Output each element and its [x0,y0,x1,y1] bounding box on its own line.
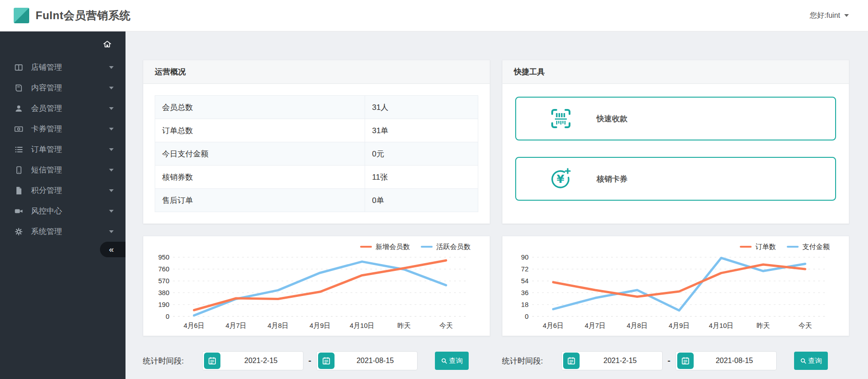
stat-label: 会员总数 [155,96,365,119]
svg-text:4月8日: 4月8日 [267,322,288,329]
sidebar-item-label: 风控中心 [31,206,62,216]
sidebar-item-risk[interactable]: 风控中心 [0,201,125,221]
sidebar-item-label: 卡券管理 [31,124,62,134]
order-icon [14,145,24,154]
end-date-input[interactable]: 2021-08-15 [675,351,777,370]
legend-swatch [360,246,372,248]
legend-item[interactable]: 活跃会员数 [421,243,471,251]
redeem-coupon-button[interactable]: ¥ 核销卡券 [515,157,836,201]
legend-item[interactable]: 新增会员数 [360,243,410,251]
sidebar-item-label: 积分管理 [31,185,62,196]
svg-text:0: 0 [166,312,169,320]
tool-label: 快速收款 [596,114,627,124]
sidebar: 店铺管理 内容管理 会员管理 卡券 [0,31,125,379]
legend-swatch [421,246,433,248]
search-icon [441,358,448,364]
stat-label: 售后订单 [155,189,365,212]
content-icon [14,83,24,93]
calendar-icon[interactable] [204,353,220,369]
scan-barcode-icon [549,107,573,130]
members-line-chart: 01903805707609504月6日4月7日4月8日4月9日4月10日昨天今… [151,253,478,331]
quick-collect-button[interactable]: 快速收款 [515,97,836,140]
svg-text:今天: 今天 [799,322,812,329]
sidebar-item-shop[interactable]: 店铺管理 [0,57,125,78]
sidebar-item-points[interactable]: 积分管理 [0,180,125,201]
overview-panel: 运营概况 会员总数 31人 订单总数 31单 [143,60,490,224]
legend-item[interactable]: 支付金额 [787,243,830,251]
sidebar-item-system[interactable]: 系统管理 [0,221,125,242]
quick-tools-panel-title: 快捷工具 [502,60,849,84]
svg-text:36: 36 [521,289,528,296]
stat-label: 核销券数 [155,166,365,189]
sidebar-item-content[interactable]: 内容管理 [0,78,125,98]
sidebar-collapse-button[interactable]: « [100,242,125,257]
overview-panel-title: 运营概况 [143,60,490,84]
svg-text:4月7日: 4月7日 [225,322,246,329]
chevron-down-icon [109,107,114,110]
svg-text:4月10日: 4月10日 [350,322,374,329]
svg-text:4月8日: 4月8日 [627,322,648,329]
calendar-icon[interactable] [563,353,580,369]
orders-line-chart: 018365472904月6日4月7日4月8日4月9日4月10日昨天今天 [510,253,837,331]
date-range-separator: - [668,356,670,366]
table-row: 售后订单 0单 [155,189,478,212]
search-icon [800,358,807,364]
svg-text:昨天: 昨天 [397,322,411,329]
svg-text:90: 90 [521,253,528,261]
chevron-down-icon [109,230,114,233]
svg-text:4月9日: 4月9日 [669,322,690,329]
start-date-input[interactable]: 2021-2-15 [202,351,303,370]
app-title: FuInt会员营销系统 [36,8,131,23]
sidebar-item-label: 会员管理 [31,103,62,114]
search-button[interactable]: 查询 [794,352,828,370]
sidebar-item-order[interactable]: 订单管理 [0,139,125,160]
chevron-down-icon [109,148,114,151]
svg-text:950: 950 [158,253,170,261]
sidebar-item-member[interactable]: 会员管理 [0,98,125,119]
stat-value: 11张 [365,166,478,189]
svg-text:570: 570 [158,277,170,285]
sidebar-item-coupon[interactable]: 卡券管理 [0,119,125,139]
chevron-down-icon [109,210,114,213]
quick-tools-panel: 快捷工具 快速收款 [502,60,849,224]
search-button-label: 查询 [808,357,822,365]
end-date-input[interactable]: 2021-08-15 [316,351,418,370]
gear-icon [14,227,24,236]
calendar-icon[interactable] [318,353,335,369]
chevron-down-icon [844,14,849,17]
svg-text:昨天: 昨天 [757,322,770,329]
end-date-value: 2021-08-15 [694,357,775,365]
svg-text:4月6日: 4月6日 [543,322,564,329]
chevron-down-icon [109,169,114,171]
sidebar-item-label: 系统管理 [31,226,62,237]
table-row: 核销券数 11张 [155,166,478,189]
svg-text:72: 72 [521,265,528,273]
legend-label: 支付金额 [802,243,830,251]
yen-plus-icon: ¥ [549,167,573,191]
legend-item[interactable]: 订单数 [740,243,776,251]
end-date-value: 2021-08-15 [335,357,416,365]
orders-date-filter: 统计时间段: 2021-2-15 - 2021-08-15 查询 [502,351,849,370]
filter-label: 统计时间段: [502,356,543,366]
home-icon[interactable] [103,40,112,49]
legend-label: 活跃会员数 [436,243,471,251]
svg-text:380: 380 [158,289,170,296]
search-button[interactable]: 查询 [435,352,469,370]
search-button-label: 查询 [449,357,463,365]
date-range-separator: - [309,356,311,366]
member-icon [14,104,24,113]
sidebar-item-sms[interactable]: 短信管理 [0,160,125,180]
svg-text:4月10日: 4月10日 [709,322,733,329]
main-content: 运营概况 会员总数 31人 订单总数 31单 [125,31,868,379]
sidebar-item-label: 内容管理 [31,83,62,93]
legend-label: 订单数 [755,243,776,251]
user-dropdown[interactable]: 您好:fuint [810,11,849,21]
app-header: FuInt会员营销系统 您好:fuint [0,0,868,31]
coupon-icon [14,125,24,134]
sms-icon [14,166,24,175]
calendar-icon[interactable] [677,353,694,369]
legend-swatch [787,246,799,248]
orders-chart-card: 订单数 支付金额 018365472904月6日4月7日4月8日4月9日4月10… [502,236,849,336]
start-date-input[interactable]: 2021-2-15 [561,351,663,370]
table-row: 今日支付金额 0元 [155,142,478,166]
